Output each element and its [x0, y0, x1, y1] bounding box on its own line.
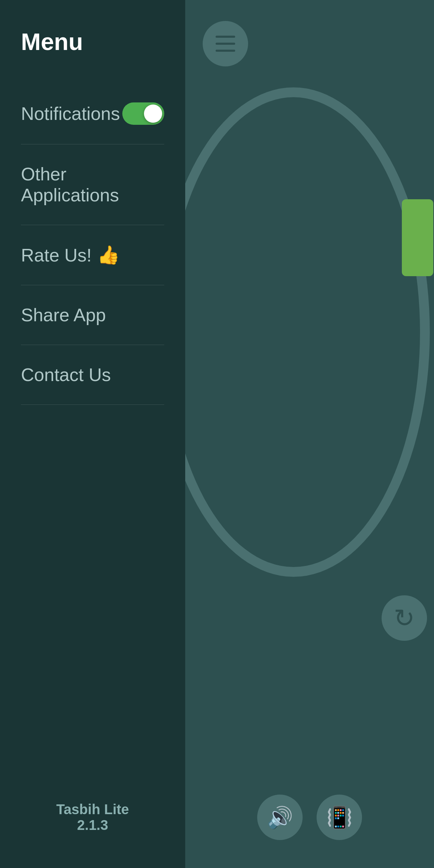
sound-button[interactable]: 🔊: [257, 795, 303, 840]
app-name: Tasbih Lite: [21, 802, 164, 817]
menu-title: Menu: [21, 28, 164, 55]
hamburger-line-2: [216, 43, 235, 45]
hamburger-line-3: [216, 50, 235, 52]
other-applications-menu-item[interactable]: Other Applications: [21, 144, 164, 225]
app-version-section: Tasbih Lite 2.1.3: [21, 802, 164, 847]
sound-icon: 🔊: [267, 805, 293, 830]
bottom-buttons: 🔊 📳: [185, 795, 434, 840]
thumbs-up-emoji: 👍: [97, 244, 120, 266]
rate-us-label-group: Rate Us! 👍: [21, 244, 120, 266]
contact-us-menu-item[interactable]: Contact Us: [21, 345, 164, 405]
vibrate-icon: 📳: [326, 805, 353, 830]
share-app-menu-item[interactable]: Share App: [21, 285, 164, 345]
rate-us-label: Rate Us!: [21, 245, 92, 266]
notifications-label: Notifications: [21, 103, 120, 124]
rate-us-menu-item[interactable]: Rate Us! 👍: [21, 225, 164, 285]
notifications-toggle[interactable]: [122, 102, 164, 125]
toggle-knob: [144, 105, 162, 123]
other-applications-label-group: Other Applications: [21, 164, 164, 206]
reset-icon: ↺: [394, 603, 415, 633]
counter-display: [402, 199, 433, 276]
other-applications-label: Other Applications: [21, 164, 164, 206]
notifications-label-group: Notifications: [21, 103, 120, 124]
hamburger-icon: [216, 36, 235, 52]
hamburger-line-1: [216, 36, 235, 38]
share-app-label-group: Share App: [21, 304, 106, 325]
menu-items: Notifications Other Applications Rate Us…: [21, 83, 164, 802]
notifications-menu-item[interactable]: Notifications: [21, 83, 164, 144]
reset-button[interactable]: ↺: [382, 595, 427, 641]
oval-shape: [185, 87, 430, 577]
vibrate-button[interactable]: 📳: [317, 795, 362, 840]
app-version-number: 2.1.3: [21, 817, 164, 833]
contact-us-label: Contact Us: [21, 364, 111, 385]
contact-us-label-group: Contact Us: [21, 364, 111, 385]
main-panel: ↺ 🔊 📳: [185, 0, 434, 868]
oval-container: [185, 87, 430, 577]
menu-panel: Menu Notifications Other Applications Ra…: [0, 0, 185, 868]
share-app-label: Share App: [21, 304, 106, 325]
hamburger-button[interactable]: [203, 21, 248, 66]
